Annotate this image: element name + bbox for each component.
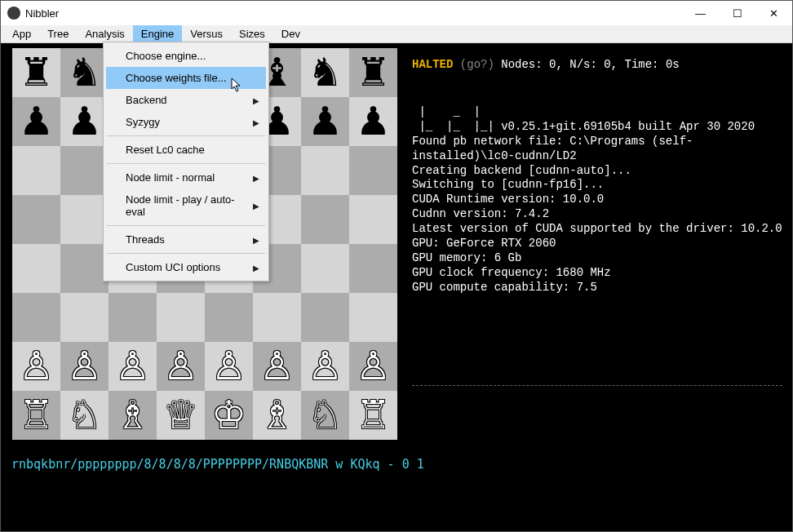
piece-P[interactable]: ♙ xyxy=(308,347,343,386)
square[interactable]: ♟ xyxy=(60,97,109,146)
submenu-arrow-icon: ▶ xyxy=(253,263,259,272)
halted-label: HALTED xyxy=(412,58,453,71)
square[interactable] xyxy=(253,293,301,342)
square[interactable]: ♙ xyxy=(109,342,157,391)
piece-P[interactable]: ♙ xyxy=(67,347,102,386)
window-title: Nibbler xyxy=(25,7,682,20)
square[interactable]: ♟ xyxy=(301,97,349,146)
square[interactable]: ♗ xyxy=(109,391,157,440)
log-line: GPU clock frequency: 1680 MHz xyxy=(412,266,782,281)
menu-versus[interactable]: Versus xyxy=(182,25,231,42)
menu-engine[interactable]: Engine xyxy=(133,25,182,42)
square[interactable] xyxy=(301,293,349,342)
square[interactable] xyxy=(301,146,349,195)
square[interactable] xyxy=(60,195,109,244)
piece-B[interactable]: ♗ xyxy=(115,396,150,435)
submenu-arrow-icon: ▶ xyxy=(253,117,259,126)
square[interactable] xyxy=(349,195,397,244)
square[interactable]: ♖ xyxy=(12,391,60,440)
piece-P[interactable]: ♙ xyxy=(115,347,150,386)
square[interactable]: ♟ xyxy=(349,97,397,146)
menu-sizes[interactable]: Sizes xyxy=(231,25,273,42)
square[interactable]: ♙ xyxy=(349,342,397,391)
square[interactable] xyxy=(12,146,60,195)
piece-N[interactable]: ♘ xyxy=(67,396,102,435)
piece-p[interactable]: ♟ xyxy=(308,102,343,141)
minimize-button[interactable]: — xyxy=(682,1,719,25)
menu-item-node-limit-play-auto-eval[interactable]: Node limit - play / auto-eval▶ xyxy=(106,188,266,223)
piece-p[interactable]: ♟ xyxy=(19,102,54,141)
square[interactable] xyxy=(349,293,397,342)
engine-menu-dropdown: Choose engine...Choose weights file...Ba… xyxy=(103,42,269,282)
menu-analysis[interactable]: Analysis xyxy=(77,25,132,42)
square[interactable] xyxy=(349,244,397,293)
menu-app[interactable]: App xyxy=(4,25,39,42)
square[interactable] xyxy=(12,293,60,342)
square[interactable]: ♗ xyxy=(253,391,301,440)
square[interactable] xyxy=(301,195,349,244)
square[interactable]: ♘ xyxy=(301,391,349,440)
piece-P[interactable]: ♙ xyxy=(259,347,295,386)
menu-item-choose-weights-file[interactable]: Choose weights file... xyxy=(106,67,266,89)
go-hint[interactable]: (go?) xyxy=(460,58,494,71)
square[interactable] xyxy=(12,244,60,293)
square[interactable] xyxy=(205,293,253,342)
menu-item-backend[interactable]: Backend▶ xyxy=(106,89,266,111)
menu-item-choose-engine[interactable]: Choose engine... xyxy=(106,45,266,67)
menu-item-reset-lc0-cache[interactable]: Reset Lc0 cache xyxy=(106,139,266,161)
square[interactable]: ♞ xyxy=(301,48,349,97)
submenu-arrow-icon: ▶ xyxy=(253,173,259,182)
square[interactable]: ♜ xyxy=(12,48,60,97)
piece-p[interactable]: ♟ xyxy=(356,102,391,141)
square[interactable]: ♙ xyxy=(301,342,349,391)
piece-R[interactable]: ♖ xyxy=(356,396,391,435)
piece-P[interactable]: ♙ xyxy=(211,347,246,386)
piece-N[interactable]: ♘ xyxy=(308,396,343,435)
square[interactable] xyxy=(349,146,397,195)
piece-Q[interactable]: ♕ xyxy=(163,396,198,435)
square[interactable] xyxy=(60,244,109,293)
piece-B[interactable]: ♗ xyxy=(259,396,295,435)
square[interactable] xyxy=(60,293,109,342)
square[interactable]: ♟ xyxy=(12,97,60,146)
menu-tree[interactable]: Tree xyxy=(39,25,77,42)
piece-n[interactable]: ♞ xyxy=(67,53,102,92)
piece-P[interactable]: ♙ xyxy=(356,347,391,386)
square[interactable]: ♙ xyxy=(205,342,253,391)
square[interactable] xyxy=(12,195,60,244)
square[interactable]: ♕ xyxy=(157,391,205,440)
menu-item-node-limit-normal[interactable]: Node limit - normal▶ xyxy=(106,166,266,188)
piece-r[interactable]: ♜ xyxy=(356,53,391,92)
square[interactable]: ♙ xyxy=(12,342,60,391)
menu-item-custom-uci-options[interactable]: Custom UCI options▶ xyxy=(106,256,266,278)
piece-P[interactable]: ♙ xyxy=(163,347,198,386)
divider xyxy=(412,385,782,386)
piece-r[interactable]: ♜ xyxy=(19,53,54,92)
menu-item-syzygy[interactable]: Syzygy▶ xyxy=(106,111,266,133)
menu-dev[interactable]: Dev xyxy=(273,25,308,42)
square[interactable]: ♙ xyxy=(157,342,205,391)
piece-K[interactable]: ♔ xyxy=(211,396,246,435)
square[interactable] xyxy=(301,244,349,293)
piece-R[interactable]: ♖ xyxy=(19,396,54,435)
log-line: Switching to [cudnn-fp16]... xyxy=(412,178,782,193)
square[interactable]: ♞ xyxy=(60,48,109,97)
menu-item-threads[interactable]: Threads▶ xyxy=(106,228,266,250)
maximize-button[interactable]: ☐ xyxy=(719,1,755,25)
square[interactable]: ♔ xyxy=(205,391,253,440)
log-line: GPU compute capability: 7.5 xyxy=(412,281,782,295)
square[interactable] xyxy=(60,146,109,195)
close-button[interactable]: ✕ xyxy=(755,1,792,25)
square[interactable]: ♖ xyxy=(349,391,397,440)
log-line: |_ |_ |_| v0.25.1+git.69105b4 built Apr … xyxy=(412,120,782,135)
square[interactable]: ♙ xyxy=(253,342,301,391)
square[interactable]: ♘ xyxy=(60,391,109,440)
square[interactable]: ♙ xyxy=(60,342,109,391)
square[interactable] xyxy=(109,293,157,342)
piece-p[interactable]: ♟ xyxy=(67,102,102,141)
piece-n[interactable]: ♞ xyxy=(308,53,343,92)
piece-P[interactable]: ♙ xyxy=(19,347,54,386)
square[interactable] xyxy=(157,293,205,342)
fen-string[interactable]: rnbqkbnr/pppppppp/8/8/8/8/PPPPPPPP/RNBQK… xyxy=(11,457,424,472)
square[interactable]: ♜ xyxy=(349,48,397,97)
